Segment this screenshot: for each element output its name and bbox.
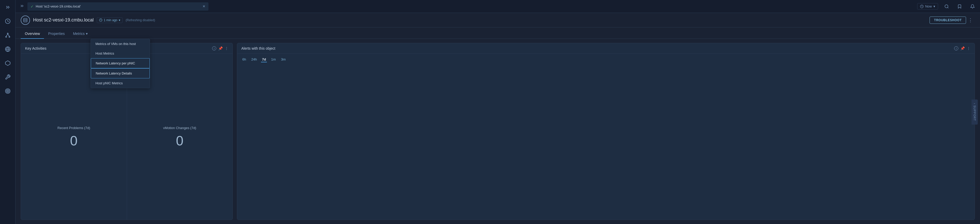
dropdown-item-host-metrics[interactable]: Host Metrics (91, 49, 150, 58)
key-activities-info-icon[interactable]: i (212, 46, 216, 51)
svg-point-11 (7, 91, 8, 92)
now-label: Now (925, 5, 932, 8)
recent-problems-value: 0 (70, 134, 78, 148)
time-badge[interactable]: 1 min ago ▾ (97, 17, 123, 23)
topbar-right: Now ▾ (917, 3, 977, 10)
refreshing-label: (Refreshing disabled) (126, 18, 155, 22)
recent-problems-label: Recent Problems (7d) (57, 126, 90, 130)
dropdown-item-vms-metrics[interactable]: Metrics of VMs on this host (91, 39, 150, 49)
svg-marker-8 (5, 61, 10, 65)
alerts-more-button[interactable]: ⋮ (967, 46, 970, 51)
content-area: Key Activities i 📌 ⋮ Recent Problems (7d… (16, 39, 980, 224)
key-activities-more-button[interactable]: ⋮ (225, 46, 228, 51)
main-content: ✓ Host 'sc2-vesxi-19.cmbu.local' ✕ Now ▾ (16, 0, 980, 224)
alerts-body: 6h 24h 7d 1m 3m (237, 54, 975, 219)
topbar: ✓ Host 'sc2-vesxi-19.cmbu.local' ✕ Now ▾ (16, 0, 980, 13)
time-filter-7d[interactable]: 7d (261, 57, 267, 62)
svg-point-2 (5, 37, 6, 38)
vmotion-label: vMotion Changes (7d) (163, 126, 196, 130)
sidebar-item-expand[interactable] (3, 3, 13, 12)
host-icon (21, 16, 30, 25)
now-chevron: ▾ (934, 5, 935, 8)
support-tab[interactable]: ‹ SUPPORT (972, 100, 978, 125)
time-chevron: ▾ (119, 18, 120, 22)
key-activities-actions: 📌 ⋮ (218, 46, 228, 51)
svg-point-3 (9, 37, 10, 38)
time-filter-6h[interactable]: 6h (241, 57, 247, 62)
svg-rect-15 (24, 18, 27, 22)
support-label: SUPPORT (973, 105, 976, 121)
dropdown-item-latency-details[interactable]: Network Latency Details (91, 68, 150, 78)
sidebar-item-target[interactable] (3, 86, 13, 96)
metrics-chevron: ▾ (86, 32, 88, 36)
expand-icon[interactable] (19, 3, 25, 10)
time-filter: 6h 24h 7d 1m 3m (241, 57, 970, 62)
alerts-header: Alerts with this object i 📌 ⋮ (237, 43, 975, 54)
svg-point-1 (7, 33, 8, 34)
troubleshoot-button[interactable]: TROUBLESHOOT (929, 17, 966, 24)
page-header: Host sc2-vesxi-19.cmbu.local 1 min ago ▾… (16, 13, 980, 27)
tab-metrics[interactable]: Metrics ▾ (69, 29, 92, 39)
time-ago-label: 1 min ago (104, 18, 118, 22)
sidebar (0, 0, 16, 224)
page-title: Host sc2-vesxi-19.cmbu.local (33, 17, 94, 23)
alerts-actions: 📌 ⋮ (960, 46, 970, 51)
dropdown-item-latency-per-pnic[interactable]: Network Latency per pNIC (91, 58, 150, 68)
sidebar-item-tools[interactable] (3, 72, 13, 82)
search-button[interactable] (942, 3, 951, 10)
alerts-title: Alerts with this object (241, 46, 952, 51)
alerts-card: Alerts with this object i 📌 ⋮ 6h 24h 7d … (237, 43, 975, 220)
svg-line-5 (8, 34, 9, 36)
tab-overview[interactable]: Overview (21, 29, 44, 39)
tab-close-button[interactable]: ✕ (202, 5, 205, 8)
notification-button[interactable] (968, 3, 977, 10)
time-filter-3m[interactable]: 3m (280, 57, 286, 62)
check-icon: ✓ (30, 5, 33, 8)
metrics-dropdown: Metrics of VMs on this host Host Metrics… (91, 39, 150, 88)
support-chevron: ‹ (973, 103, 976, 105)
key-activities-pin-button[interactable]: 📌 (218, 46, 223, 51)
tab-title: Host 'sc2-vesxi-19.cmbu.local' (36, 5, 200, 8)
alerts-pin-button[interactable]: 📌 (960, 46, 965, 51)
now-button[interactable]: Now ▾ (917, 3, 938, 10)
vmotion-value: 0 (176, 134, 183, 148)
sidebar-item-dashboard[interactable] (3, 17, 13, 26)
more-options-button[interactable]: ⋮ (966, 16, 975, 24)
browser-tab[interactable]: ✓ Host 'sc2-vesxi-19.cmbu.local' ✕ (27, 2, 208, 11)
sidebar-item-globe[interactable] (3, 44, 13, 54)
time-filter-24h[interactable]: 24h (250, 57, 258, 62)
nav-tabs: Overview Properties Metrics ▾ Metrics of… (16, 27, 980, 39)
sidebar-item-mesh[interactable] (3, 59, 13, 68)
dropdown-item-host-pnic-metrics[interactable]: Host pNIC Metrics (91, 78, 150, 88)
svg-point-13 (945, 5, 948, 8)
svg-line-14 (947, 7, 948, 8)
sidebar-item-hierarchy[interactable] (3, 30, 13, 40)
page-header-left: Host sc2-vesxi-19.cmbu.local 1 min ago ▾… (21, 16, 929, 25)
bookmark-button[interactable] (955, 3, 964, 10)
alerts-info-icon[interactable]: i (954, 46, 958, 51)
svg-line-4 (6, 34, 8, 36)
tab-properties[interactable]: Properties (44, 29, 69, 39)
svg-point-10 (6, 90, 9, 92)
time-filter-1m[interactable]: 1m (270, 57, 277, 62)
